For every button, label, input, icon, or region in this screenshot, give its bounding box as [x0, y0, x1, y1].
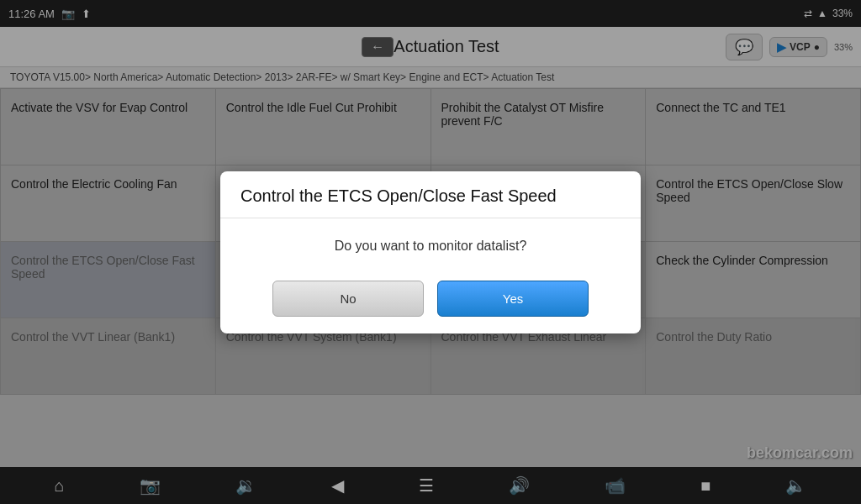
- yes-button[interactable]: Yes: [437, 281, 589, 317]
- dialog-footer: No Yes: [220, 270, 641, 333]
- dialog-title: Control the ETCS Open/Close Fast Speed: [220, 171, 641, 218]
- no-button[interactable]: No: [272, 281, 424, 317]
- dialog-overlay: Control the ETCS Open/Close Fast Speed D…: [0, 0, 861, 504]
- dialog-body: Do you want to monitor datalist?: [220, 218, 641, 270]
- monitor-dialog: Control the ETCS Open/Close Fast Speed D…: [220, 171, 641, 333]
